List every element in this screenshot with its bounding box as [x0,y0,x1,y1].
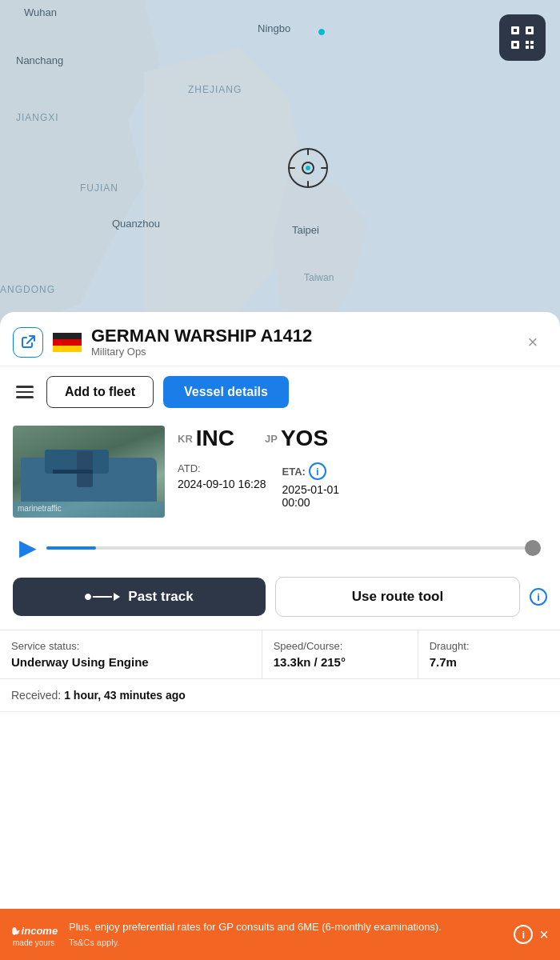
svg-rect-5 [514,43,517,46]
ad-ts: Ts&Cs apply. [69,937,504,949]
map-label-taiwan: Taiwan [304,272,334,283]
vessel-title-group: GERMAN WARSHIP A1412 Military Ops [91,326,510,358]
past-track-button[interactable]: Past track [13,578,266,616]
voyage-row: marinetraffic KR INC JP YOS ATD: 2024-09… [0,418,560,526]
speed-course-cell: Speed/Course: 13.3kn / 215° [262,630,418,678]
map-label-wuhan: Wuhan [24,6,57,18]
action-row: Add to fleet Vessel details [0,366,560,418]
speed-course-val: 13.3kn / 215° [274,655,406,669]
eta-block: ETA: i 2025-01-01 00:00 [282,462,340,509]
map-label-nanchang: Nanchang [16,54,63,66]
status-row: Service status: Underway Using Engine Sp… [0,630,560,679]
received-row: Received: 1 hour, 43 minutes ago [0,679,560,712]
past-track-icon [85,593,120,601]
svg-text:𝓊 income: 𝓊 income [13,925,58,937]
map: Wuhan Nanchang JIANGXI FUJIAN Quanzhou Z… [0,0,560,336]
arrival-port: JP YOS [265,426,328,451]
panel-header: GERMAN WARSHIP A1412 Military Ops × [0,312,560,366]
service-status-val: Underway Using Engine [11,655,250,669]
vessel-name: GERMAN WARSHIP A1412 [91,326,510,346]
map-label-ningbo: Ningbo [258,22,290,34]
svg-rect-7 [530,41,534,44]
track-row: Past track Use route tool i [0,570,560,630]
atd-value: 2024-09-10 16:28 [178,478,266,490]
eta-info-icon[interactable]: i [309,462,326,480]
photo-watermark: marinetraffic [18,504,62,513]
progress-thumb[interactable] [525,540,541,556]
vessel-panel: GERMAN WARSHIP A1412 Military Ops × Add … [0,312,560,960]
svg-rect-3 [514,29,517,32]
close-button[interactable]: × [520,330,546,355]
map-label-jiangxi: JIANGXI [16,112,59,123]
eta-value: 2025-01-01 [282,483,340,496]
ad-info-button[interactable]: i [514,925,533,944]
ship-marker[interactable] [288,148,328,188]
eta-label: ETA: i [282,462,340,480]
qr-grid-button[interactable] [499,14,546,61]
map-label-fujian: FUJIAN [80,182,118,194]
speed-course-key: Speed/Course: [274,640,406,652]
draught-cell: Draught: 7.7m [418,630,560,678]
share-link-button[interactable] [13,327,43,358]
atd-label: ATD: [178,462,266,474]
ningbo-dot [318,29,325,35]
map-label-zhejiang: ZHEJIANG [188,84,242,95]
draught-val: 7.7m [430,655,549,669]
ad-banner[interactable]: 𝓊 income made yours Plus, enjoy preferen… [0,909,560,960]
progress-arrow-icon: ▶ [19,537,37,559]
svg-point-12 [12,927,17,935]
voyage-details: KR INC JP YOS ATD: 2024-09-10 16:28 ETA:… [178,426,547,509]
times-row: ATD: 2024-09-10 16:28 ETA: i 2025-01-01 … [178,462,547,509]
progress-fill [46,546,96,550]
progress-track[interactable] [46,546,541,550]
map-label-quanzhou: Quanzhou [112,218,160,230]
ad-text: Plus, enjoy preferential rates for GP co… [69,920,504,950]
map-label-angdong: ANGDONG [0,284,55,295]
received-value: 1 hour, 43 minutes ago [64,689,186,702]
route-tool-info-icon[interactable]: i [530,588,547,606]
service-status-cell: Service status: Underway Using Engine [0,630,262,678]
ad-logo: 𝓊 income made yours [11,917,59,952]
svg-text:made yours: made yours [13,938,54,947]
add-to-fleet-button[interactable]: Add to fleet [46,376,154,408]
germany-flag [53,333,82,352]
progress-slider[interactable]: ▶ [0,526,560,570]
ship-photo: marinetraffic [13,426,165,518]
received-label: Received: [11,689,61,702]
departure-port: KR INC [178,426,234,451]
eta-time: 00:00 [282,496,340,509]
route-tool-button[interactable]: Use route tool [275,577,520,617]
vessel-type: Military Ops [91,346,510,358]
svg-rect-6 [526,41,529,44]
svg-rect-8 [526,46,529,49]
menu-icon[interactable] [13,382,37,402]
ad-actions: i × [514,925,549,944]
svg-rect-9 [530,46,534,49]
map-label-taipei: Taipei [292,224,319,236]
svg-rect-4 [528,29,531,32]
service-status-key: Service status: [11,640,250,652]
vessel-details-button[interactable]: Vessel details [163,376,289,408]
atd-block: ATD: 2024-09-10 16:28 [178,462,266,509]
ad-close-button[interactable]: × [539,926,549,942]
ports-row: KR INC JP YOS [178,426,547,451]
draught-key: Draught: [430,640,549,652]
